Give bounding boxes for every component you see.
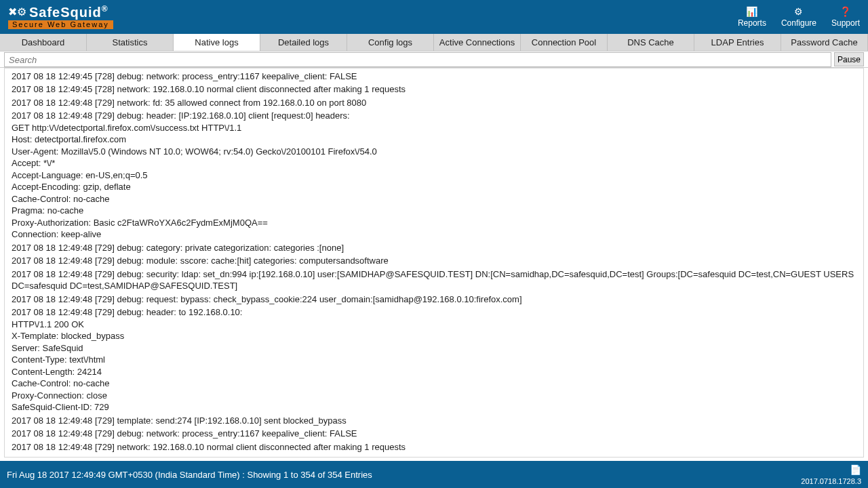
reports-label: Reports: [738, 18, 766, 28]
support-button[interactable]: ❓ Support: [831, 6, 860, 28]
logo-reg: ®: [102, 4, 108, 14]
log-row: 2017 08 18 12:49:48 [729] debug: categor…: [12, 241, 859, 255]
log-row: 2017 08 18 12:49:48 [729] template: send…: [12, 414, 859, 428]
configure-button[interactable]: ⚙ Configure: [781, 6, 816, 28]
tab-detailed-logs[interactable]: Detailed logs: [260, 34, 347, 51]
log-panel: 2017 08 18 12:49:45 [728] debug: network…: [4, 68, 864, 458]
tab-bar: DashboardStatisticsNative logsDetailed l…: [0, 34, 868, 52]
tab-password-cache[interactable]: Password Cache: [781, 34, 868, 51]
log-row: 2017 08 18 12:49:51 [730] network: fd: 3…: [12, 454, 859, 458]
log-row: 2017 08 18 12:49:48 [729] network: 192.1…: [12, 441, 859, 454]
logo-main: SafeSquid: [29, 5, 102, 20]
pause-button[interactable]: Pause: [834, 52, 864, 66]
log-row: 2017 08 18 12:49:48 [729] debug: header:…: [12, 110, 859, 242]
status-bar: Fri Aug 18 2017 12:49:49 GMT+0530 (India…: [0, 461, 868, 488]
tab-connection-pool[interactable]: Connection Pool: [521, 34, 608, 51]
logo-subtitle: Secure Web Gateway: [8, 20, 113, 29]
logo: ✖⚙ SafeSquid® Secure Web Gateway: [8, 5, 113, 29]
tab-statistics[interactable]: Statistics: [87, 34, 174, 51]
log-row: 2017 08 18 12:49:45 [728] network: 192.1…: [12, 83, 859, 97]
log-area[interactable]: 2017 08 18 12:49:45 [728] debug: network…: [5, 68, 863, 457]
status-text: Fri Aug 18 2017 12:49:49 GMT+0530 (India…: [7, 470, 372, 480]
tab-dashboard[interactable]: Dashboard: [0, 34, 87, 51]
log-row: 2017 08 18 12:49:48 [729] debug: network…: [12, 428, 859, 441]
tab-native-logs[interactable]: Native logs: [174, 34, 260, 51]
logo-text: SafeSquid®: [29, 5, 108, 19]
log-row: 2017 08 18 12:49:48 [729] debug: request…: [12, 293, 859, 306]
logo-icon: ✖⚙: [8, 7, 26, 18]
top-actions: 📊 Reports ⚙ Configure ❓ Support: [738, 6, 860, 28]
log-row: 2017 08 18 12:49:48 [729] network: fd: 3…: [12, 96, 859, 110]
log-row: 2017 08 18 12:49:48 [729] debug: header:…: [12, 306, 859, 415]
tab-dns-cache[interactable]: DNS Cache: [608, 34, 694, 51]
reports-button[interactable]: 📊 Reports: [738, 6, 766, 28]
support-label: Support: [831, 18, 860, 28]
reports-icon: 📊: [746, 6, 757, 17]
copy-icon[interactable]: 📄: [850, 464, 861, 475]
tab-ldap-entries[interactable]: LDAP Entries: [694, 34, 781, 51]
tab-active-connections[interactable]: Active Connections: [434, 34, 521, 51]
log-row: 2017 08 18 12:49:45 [728] debug: network…: [12, 70, 859, 83]
search-row: Pause: [0, 52, 868, 68]
support-icon: ❓: [840, 6, 851, 17]
tab-config-logs[interactable]: Config logs: [347, 34, 434, 51]
app-header: ✖⚙ SafeSquid® Secure Web Gateway 📊 Repor…: [0, 0, 868, 34]
version-text: 2017.0718.1728.3: [801, 477, 861, 485]
configure-label: Configure: [781, 18, 816, 28]
search-input[interactable]: [4, 52, 831, 67]
log-row: 2017 08 18 12:49:48 [729] debug: securit…: [12, 268, 859, 293]
log-row: 2017 08 18 12:49:48 [729] debug: module:…: [12, 255, 859, 268]
configure-icon: ⚙: [794, 6, 803, 17]
